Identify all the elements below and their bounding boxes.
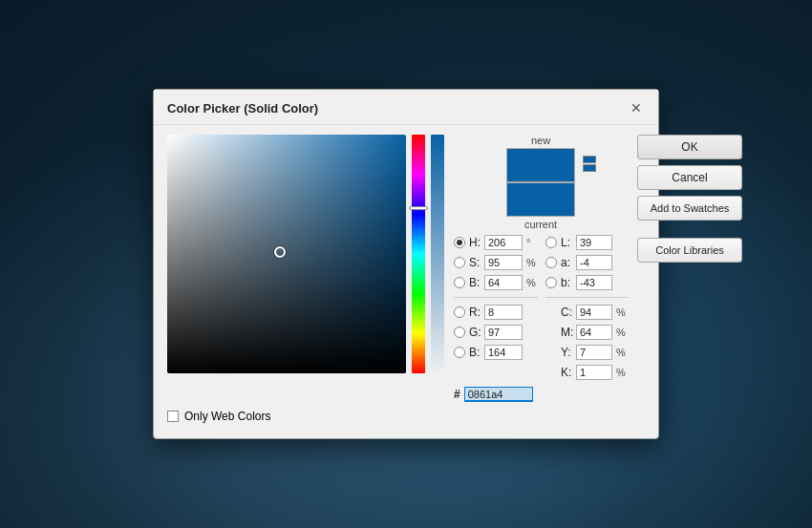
b-row: B: % (454, 274, 538, 291)
s-unit: % (526, 257, 538, 268)
b2-radio[interactable] (454, 347, 465, 358)
s-radio[interactable] (454, 257, 465, 268)
s-label: S: (469, 256, 481, 269)
web-colors-row: Only Web Colors (154, 402, 658, 423)
b2-input[interactable] (484, 345, 523, 360)
s-input[interactable] (484, 255, 523, 270)
g-label: G: (469, 326, 481, 339)
color-gradient (167, 135, 406, 373)
separator1 (454, 297, 538, 298)
y-input[interactable] (576, 345, 612, 360)
m-label: M: (561, 326, 572, 339)
b3-row: b: (545, 274, 628, 291)
h-unit: ° (526, 237, 538, 248)
b-radio[interactable] (454, 277, 465, 288)
s-row: S: % (454, 254, 538, 271)
center-col: new current (454, 135, 628, 402)
h-label: H: (469, 236, 481, 249)
g-input[interactable] (484, 325, 523, 340)
l-label: L: (561, 236, 572, 249)
a-radio[interactable] (545, 257, 557, 268)
b3-radio[interactable] (545, 277, 557, 288)
l-row: L: (545, 234, 628, 251)
r-input[interactable] (484, 305, 523, 320)
color-current-swatch (506, 182, 575, 217)
m-row: M: % (545, 324, 628, 341)
k-label: K: (561, 366, 572, 379)
color-area (167, 135, 444, 402)
cancel-button[interactable]: Cancel (637, 165, 742, 190)
hue-bar (412, 135, 425, 373)
web-colors-checkbox[interactable] (167, 411, 179, 422)
h-radio[interactable] (454, 237, 465, 248)
g-row: G: (454, 324, 538, 341)
dialog-titlebar: Color Picker (Solid Color) ✕ (154, 90, 658, 125)
y-unit: % (616, 347, 628, 358)
h-input[interactable] (484, 235, 523, 250)
k-row: K: % (545, 364, 628, 381)
a-row: a: (545, 254, 628, 271)
b-unit: % (526, 277, 538, 288)
hex-input[interactable] (464, 387, 533, 402)
color-libraries-button[interactable]: Color Libraries (637, 238, 742, 263)
k-unit: % (616, 367, 628, 378)
y-row: Y: % (545, 344, 628, 361)
b3-label: b: (561, 276, 572, 289)
y-label: Y: (561, 346, 572, 359)
g-radio[interactable] (454, 327, 465, 338)
current-label: current (524, 219, 557, 230)
c-input[interactable] (576, 305, 612, 320)
r-radio[interactable] (454, 306, 465, 318)
r-row: R: (454, 304, 538, 321)
web-colors-label: Only Web Colors (184, 410, 270, 423)
values-section: H: ° S: % B: (454, 234, 628, 381)
values-left: H: ° S: % B: (454, 234, 538, 381)
ok-button[interactable]: OK (637, 135, 742, 159)
h-row: H: ° (454, 234, 538, 251)
c-label: C: (561, 306, 572, 319)
color-picker-dialog: Color Picker (Solid Color) ✕ new (153, 89, 659, 439)
add-to-swatches-button[interactable]: Add to Swatches (637, 196, 742, 221)
preview-block (506, 148, 575, 217)
b3-input[interactable] (576, 275, 612, 290)
separator2 (545, 297, 628, 298)
right-panel: OK Cancel Add to Swatches Color Librarie… (637, 135, 742, 402)
m-unit: % (616, 327, 628, 338)
hex-hash-label: # (454, 388, 460, 401)
close-button[interactable]: ✕ (628, 99, 645, 116)
color-preview-container (506, 148, 575, 217)
m-input[interactable] (576, 325, 612, 340)
r-label: R: (469, 306, 481, 319)
a-input[interactable] (576, 255, 612, 270)
web-color-icon (583, 156, 596, 172)
l-radio[interactable] (545, 237, 557, 248)
web-icon-bottom (583, 164, 596, 172)
new-label: new (531, 135, 550, 146)
web-icon-top (583, 156, 596, 163)
b-label: B: (469, 276, 481, 289)
transparency-bar-wrap[interactable] (431, 135, 444, 373)
hex-row: # (454, 387, 628, 402)
color-new-swatch (506, 148, 575, 182)
values-right: L: a: b: (545, 234, 628, 381)
dialog-main-row: new current (154, 125, 658, 402)
l-input[interactable] (576, 235, 612, 250)
dialog-title: Color Picker (Solid Color) (167, 101, 318, 116)
b-input[interactable] (484, 275, 523, 290)
b2-row: B: (454, 344, 538, 361)
color-field[interactable] (167, 135, 406, 373)
k-input[interactable] (576, 365, 612, 380)
a-label: a: (561, 256, 572, 269)
b2-label: B: (469, 346, 481, 359)
hue-bar-wrap[interactable] (412, 135, 425, 373)
transparency-bar (431, 135, 444, 373)
btn-spacer (637, 226, 742, 232)
c-unit: % (616, 306, 628, 318)
preview-section: new current (454, 135, 628, 230)
c-row: C: % (545, 304, 628, 321)
